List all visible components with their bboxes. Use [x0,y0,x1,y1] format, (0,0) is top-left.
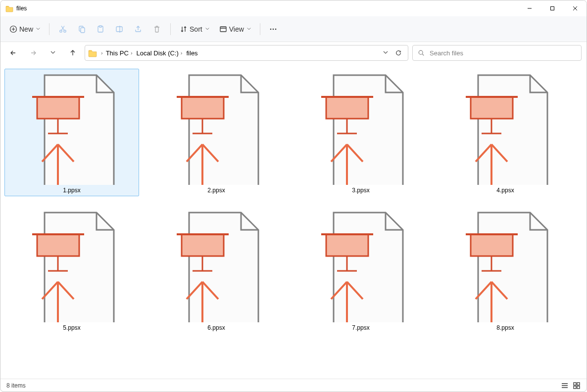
toolbar: New [0,16,587,42]
svg-rect-34 [574,383,576,385]
file-thumbnail [7,208,136,322]
arrow-up-icon [69,49,77,57]
svg-point-26 [270,28,271,30]
file-pane[interactable]: 1.ppsx2.ppsx3.ppsx4.ppsx5.ppsx6.ppsx7.pp… [0,64,587,379]
chevron-down-icon[interactable] [383,50,388,55]
copy-button[interactable] [73,20,90,38]
minimize-button[interactable] [518,0,541,16]
search-box[interactable] [412,45,582,61]
titlebar: files [0,0,587,16]
breadcrumb-seg[interactable]: Local Disk (C:)› [136,49,184,57]
refresh-icon[interactable] [395,49,402,56]
file-item[interactable]: 8.ppsx [438,206,573,334]
delete-button[interactable] [148,20,165,38]
svg-rect-21 [99,26,102,27]
file-item[interactable]: 2.ppsx [149,69,284,196]
file-name: 7.ppsx [352,322,369,332]
up-button[interactable] [65,45,81,61]
file-item[interactable]: 1.ppsx [4,69,139,196]
separator [170,23,171,35]
chevron-down-icon [247,27,251,31]
maximize-button[interactable] [541,0,564,16]
paste-icon [96,25,105,34]
ppsx-icon [456,70,555,185]
file-item[interactable]: 5.ppsx [4,206,139,334]
file-name: 5.ppsx [63,322,80,332]
new-button[interactable]: New [5,20,44,38]
more-button[interactable] [265,20,281,38]
share-icon [134,25,143,34]
share-button[interactable] [130,20,147,38]
file-item[interactable]: 7.ppsx [294,206,428,334]
breadcrumb-seg[interactable]: This PC› [105,49,134,57]
breadcrumb-seg[interactable]: files [186,49,199,57]
file-name: 8.ppsx [496,322,514,332]
thumbnails-view-icon[interactable] [573,382,581,390]
view-icon [219,25,227,33]
rename-button[interactable] [111,20,128,38]
address-bar[interactable]: › This PC› Local Disk (C:)› files [85,45,408,61]
window-title: files [16,5,27,12]
file-name: 3.ppsx [352,185,369,195]
svg-rect-19 [81,28,85,33]
file-thumbnail [441,208,570,322]
ppsx-icon [22,208,121,322]
file-name: 4.ppsx [496,185,514,195]
ppsx-icon [22,70,121,185]
sort-label: Sort [190,25,202,33]
search-input[interactable] [429,49,576,57]
svg-rect-22 [116,27,122,32]
svg-line-30 [422,54,424,55]
view-button[interactable]: View [215,20,255,38]
close-button[interactable] [564,0,587,16]
recent-button[interactable] [45,45,61,61]
arrow-right-icon [29,49,37,57]
sort-icon [180,25,188,33]
chevron-right-icon: › [181,50,183,56]
svg-rect-24 [220,27,226,32]
chevron-right-icon: › [101,50,103,56]
sort-button[interactable]: Sort [176,20,213,38]
file-item[interactable]: 3.ppsx [294,69,428,196]
file-thumbnail [296,208,425,322]
ppsx-icon [456,208,555,322]
new-label: New [19,25,33,33]
view-label: View [229,25,244,33]
file-thumbnail [296,70,425,185]
search-icon [418,49,425,56]
svg-rect-36 [574,386,576,389]
svg-point-29 [419,50,423,54]
svg-rect-35 [577,383,580,385]
separator [49,23,49,35]
svg-point-28 [275,28,276,30]
chevron-down-icon [50,50,55,55]
file-name: 6.ppsx [207,322,225,332]
file-item[interactable]: 6.ppsx [149,206,284,334]
file-name: 2.ppsx [207,185,225,195]
back-button[interactable] [5,45,21,61]
separator [260,23,260,35]
chevron-down-icon [36,27,40,31]
svg-point-27 [272,28,274,30]
status-bar: 8 items [0,379,587,392]
paste-button[interactable] [92,20,109,38]
file-name: 1.ppsx [63,185,80,195]
file-thumbnail [441,70,570,185]
svg-rect-37 [577,386,580,389]
chevron-right-icon: › [131,50,133,56]
cut-icon [58,25,67,34]
file-thumbnail [7,70,136,185]
status-text: 8 items [6,382,26,389]
file-item[interactable]: 4.ppsx [438,69,573,196]
breadcrumb-label: This PC [106,49,129,57]
breadcrumb-label: Local Disk (C:) [137,49,179,57]
forward-button[interactable] [25,45,41,61]
file-thumbnail [152,70,281,185]
cut-button[interactable] [54,20,71,38]
details-view-icon[interactable] [561,382,569,390]
folder-icon [88,48,97,57]
ellipsis-icon [269,25,277,33]
chevron-down-icon [205,27,209,31]
arrow-left-icon [9,49,17,57]
ppsx-icon [167,70,266,185]
